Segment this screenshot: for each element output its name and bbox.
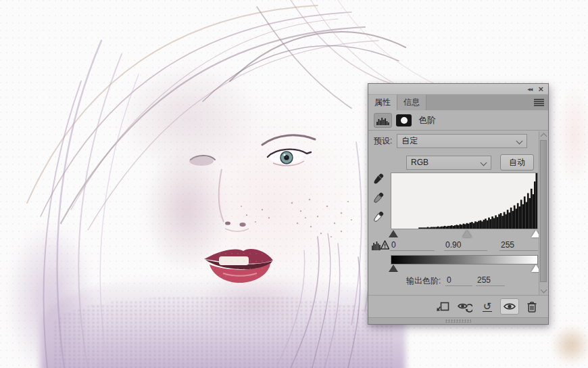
channel-dropdown[interactable]: RGB: [406, 156, 491, 170]
preset-label: 预设:: [374, 135, 392, 147]
toggle-visibility-button[interactable]: [500, 298, 519, 315]
photoshop-canvas: ◀◀ × 属性 信息 色阶: [0, 0, 588, 368]
preset-value: 自定: [401, 135, 418, 147]
reset-icon: ↺: [483, 302, 493, 312]
reset-button[interactable]: ↺: [478, 298, 497, 315]
scroll-up-icon[interactable]: [541, 133, 547, 140]
input-slider-track: [391, 230, 538, 239]
panel-resize-bar[interactable]: [368, 317, 548, 324]
levels-adjustment-icon: [374, 113, 392, 128]
eye-icon: [504, 302, 516, 311]
scrollbar[interactable]: [539, 131, 547, 296]
shadow-input-slider[interactable]: [389, 230, 398, 237]
channel-value: RGB: [411, 158, 428, 167]
mask-icon: [396, 114, 412, 127]
gray-point-eyedropper-icon[interactable]: [373, 191, 385, 203]
output-gradient-bar: [391, 255, 538, 264]
resize-grip[interactable]: [445, 319, 471, 323]
chevron-down-icon: [516, 138, 523, 145]
channel-row: RGB 自动: [406, 154, 534, 170]
panel-footer: ↺: [368, 295, 548, 317]
properties-panel: ◀◀ × 属性 信息 色阶: [368, 83, 549, 325]
uncached-histogram-warning-icon[interactable]: [372, 239, 389, 250]
preset-row: 预设: 自定: [374, 134, 527, 148]
panel-titlebar: ◀◀ ×: [368, 84, 548, 95]
shadow-input-field[interactable]: 0: [390, 240, 435, 251]
preset-dropdown[interactable]: 自定: [397, 134, 527, 148]
histogram-bars: [391, 173, 537, 229]
delete-adjustment-button[interactable]: [522, 298, 541, 315]
black-point-eyedropper-icon[interactable]: [373, 172, 385, 184]
histogram-display: [391, 172, 538, 229]
input-values-row: 0 0.90 255: [368, 240, 548, 251]
panel-menu-icon[interactable]: [534, 99, 544, 106]
adjustment-title: 色阶: [418, 114, 436, 127]
highlight-input-field[interactable]: 255: [499, 240, 538, 251]
scrollbar-thumb[interactable]: [540, 140, 547, 282]
midtone-input-field[interactable]: 0.90: [444, 240, 487, 251]
output-slider-track: [391, 264, 538, 273]
shadow-output-slider[interactable]: [389, 264, 398, 272]
panel-tabstrip: 属性 信息: [368, 95, 548, 110]
close-icon[interactable]: ×: [538, 86, 543, 93]
scroll-down-icon[interactable]: [541, 287, 547, 294]
adjustment-header: 色阶: [368, 110, 548, 130]
levels-content: 预设: 自定 RGB 自动: [368, 131, 548, 296]
trash-icon: [526, 301, 537, 313]
clip-to-layer-button[interactable]: [433, 298, 452, 315]
chevron-down-icon: [481, 159, 487, 166]
eyedropper-tools: [373, 172, 385, 222]
clip-to-layer-icon: [436, 301, 449, 313]
output-shadow-field[interactable]: 0: [445, 275, 472, 286]
eye-arrow-icon: [458, 301, 472, 313]
histogram-icon: [376, 116, 389, 125]
collapse-icon[interactable]: ◀◀: [527, 87, 532, 91]
auto-button[interactable]: 自动: [500, 154, 534, 170]
output-highlight-field[interactable]: 255: [476, 275, 505, 286]
midtone-input-slider[interactable]: [462, 230, 472, 237]
output-levels-label: 输出色阶:: [406, 275, 441, 287]
view-previous-state-button[interactable]: [456, 298, 474, 315]
tab-properties[interactable]: 属性: [368, 95, 397, 110]
white-point-eyedropper-icon[interactable]: [373, 210, 385, 222]
tab-info[interactable]: 信息: [397, 95, 426, 110]
